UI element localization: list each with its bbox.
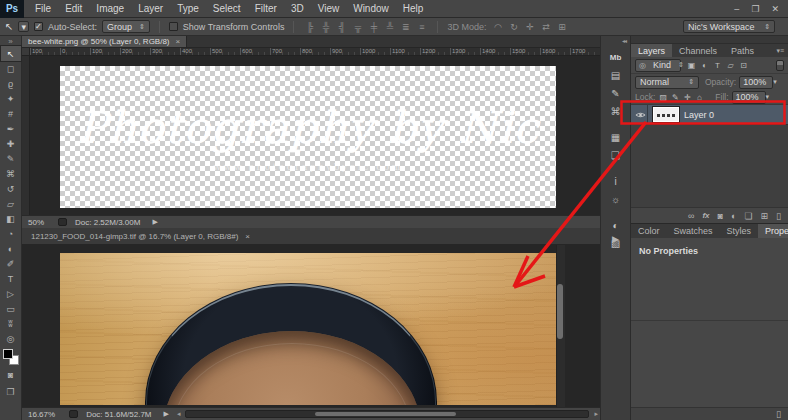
- menu-item[interactable]: 3D: [284, 0, 311, 18]
- new-group[interactable]: ❏: [744, 211, 752, 221]
- eraser-tool[interactable]: ▱: [1, 196, 21, 211]
- filter-pixel-layers[interactable]: ▣: [686, 61, 697, 70]
- collapse-panels-icon[interactable]: ◂◂: [622, 37, 626, 44]
- lasso-tool[interactable]: ϱ: [1, 76, 21, 91]
- eyedropper-tool[interactable]: ✒: [1, 121, 21, 136]
- menu-item[interactable]: Layer: [131, 0, 170, 18]
- doc2-close-icon[interactable]: ×: [245, 232, 250, 241]
- align-left-edges[interactable]: ╠: [303, 22, 316, 32]
- clone-stamp-tool[interactable]: ⌘: [1, 166, 21, 181]
- 3d-slide[interactable]: ⇄: [539, 22, 552, 32]
- doc2-zoom-level[interactable]: 16.67%: [28, 410, 55, 419]
- expand-panel-icon[interactable]: ▶: [601, 234, 630, 244]
- add-layer-mask[interactable]: ◙: [718, 211, 723, 221]
- layer-row-layer0[interactable]: Layer 0: [631, 105, 788, 125]
- menu-item[interactable]: Image: [89, 0, 131, 18]
- crop-tool[interactable]: #: [1, 106, 21, 121]
- filter-shape-layers[interactable]: ▱: [725, 61, 736, 70]
- gradient-tool[interactable]: ◧: [1, 211, 21, 226]
- tab-channels[interactable]: Channels: [672, 44, 724, 57]
- menu-item[interactable]: Type: [170, 0, 206, 18]
- menu-item[interactable]: Window: [346, 0, 396, 18]
- lock-all[interactable]: ⌂: [694, 93, 704, 102]
- show-transform-checkbox[interactable]: [169, 22, 178, 31]
- doc2-horizontal-scrollbar-thumb[interactable]: [315, 412, 456, 416]
- lock-pixels[interactable]: ✎: [670, 93, 680, 102]
- filter-switch[interactable]: [776, 60, 784, 71]
- pen-tool[interactable]: ✐: [1, 256, 21, 271]
- menu-item[interactable]: Filter: [248, 0, 284, 18]
- menu-item[interactable]: Help: [396, 0, 431, 18]
- marquee-tool[interactable]: ◻: [1, 61, 21, 76]
- align-vertical-centers[interactable]: ╪: [367, 22, 380, 32]
- 3d-scale[interactable]: ⊞: [555, 22, 568, 32]
- scroll-left-icon[interactable]: ◂: [175, 410, 183, 418]
- filter-adjustment-layers[interactable]: ◐: [699, 61, 710, 70]
- styles[interactable]: ◐: [612, 218, 618, 232]
- foreground-color-swatch[interactable]: [3, 349, 13, 359]
- color-wells[interactable]: [3, 349, 19, 365]
- type-tool[interactable]: T: [1, 271, 21, 286]
- move-tool[interactable]: ↖: [1, 46, 21, 61]
- align-horizontal-centers[interactable]: ╬: [319, 22, 332, 32]
- doc1-canvas[interactable]: Photography by Nic www.photographybynic.…: [30, 56, 600, 215]
- adjustments[interactable]: ☼: [611, 192, 620, 206]
- opacity-value[interactable]: 100% ▾: [739, 76, 773, 89]
- fill-value[interactable]: 100% ▾: [732, 91, 766, 104]
- close-button[interactable]: ✕: [771, 4, 779, 14]
- tool-preset-arrow-icon[interactable]: ▾: [18, 21, 29, 32]
- auto-select-checkbox[interactable]: ✓: [34, 22, 43, 31]
- info[interactable]: i: [614, 174, 616, 188]
- filter-smart-objects[interactable]: ⊡: [738, 61, 749, 70]
- healing-brush-tool[interactable]: ✚: [1, 136, 21, 151]
- distribute-horizontal[interactable]: ≡: [415, 22, 428, 32]
- align-top-edges[interactable]: ╦: [351, 22, 364, 32]
- tab-styles[interactable]: Styles: [720, 224, 759, 238]
- zoom-tool[interactable]: ◎: [1, 331, 21, 346]
- doc2-vertical-scrollbar-thumb[interactable]: [557, 284, 563, 339]
- menu-item[interactable]: File: [28, 0, 58, 18]
- menu-item[interactable]: View: [311, 0, 347, 18]
- layers-panel-menu-icon[interactable]: ▾≡: [772, 44, 788, 57]
- history[interactable]: ▦: [611, 130, 620, 144]
- doc1-tab[interactable]: bee-white.png @ 50% (Layer 0, RGB/8) ×: [22, 36, 187, 47]
- quick-mask-button[interactable]: ◙: [1, 368, 21, 382]
- tab-layers[interactable]: Layers: [631, 44, 672, 57]
- tab-paths[interactable]: Paths: [724, 44, 761, 57]
- minimize-button[interactable]: –: [734, 4, 739, 14]
- lock-position[interactable]: ✛: [682, 93, 692, 102]
- align-bottom-edges[interactable]: ╩: [383, 22, 396, 32]
- dodge-tool[interactable]: ◐: [1, 241, 21, 256]
- lock-transparency[interactable]: ▨: [658, 93, 668, 102]
- doc1-status-flyout-icon[interactable]: ▶: [152, 218, 157, 226]
- tab-color[interactable]: Color: [631, 224, 667, 238]
- doc1-zoom-level[interactable]: 50%: [28, 218, 44, 227]
- layer-filter-dropdown[interactable]: ◎ Kind ⇕: [635, 59, 681, 72]
- restore-button[interactable]: ❐: [751, 4, 759, 14]
- align-right-edges[interactable]: ╣: [335, 22, 348, 32]
- layer-thumbnail[interactable]: [653, 107, 679, 122]
- tool-presets[interactable]: ✎: [611, 86, 619, 100]
- doc2-tab-bar[interactable]: 121230_FOOD_014-gimp3.tif @ 16.7% (Layer…: [22, 228, 600, 245]
- history-brush-tool[interactable]: ↺: [1, 181, 21, 196]
- workspace-dropdown[interactable]: Nic's Workspace ⇕: [683, 20, 775, 33]
- properties-delete-icon[interactable]: ▯: [776, 409, 781, 419]
- new-adjustment-layer[interactable]: ◐: [731, 211, 736, 221]
- brush-tool[interactable]: ✎: [1, 151, 21, 166]
- layer-effects[interactable]: fx: [702, 211, 709, 220]
- shape-tool[interactable]: ▭: [1, 301, 21, 316]
- scroll-right-icon[interactable]: ▸: [592, 410, 600, 418]
- doc2-horizontal-scrollbar-track[interactable]: [185, 410, 589, 418]
- doc2-canvas[interactable]: [22, 245, 600, 408]
- layer-comps[interactable]: ❏: [611, 148, 620, 162]
- 3d-orbit[interactable]: ◠: [491, 22, 504, 32]
- tab-properties[interactable]: Properties: [758, 224, 788, 238]
- clone-source[interactable]: ⌘: [611, 104, 621, 118]
- new-layer[interactable]: ⊞: [761, 211, 769, 221]
- timeline[interactable]: ▤: [611, 68, 620, 82]
- mini-bridge[interactable]: Mb: [610, 50, 622, 64]
- doc2-status-flyout-icon[interactable]: ▶: [164, 410, 169, 418]
- distribute-vertical[interactable]: ≣: [399, 22, 412, 32]
- filter-type-layers[interactable]: T: [712, 61, 723, 70]
- blur-tool[interactable]: ◔: [1, 226, 21, 241]
